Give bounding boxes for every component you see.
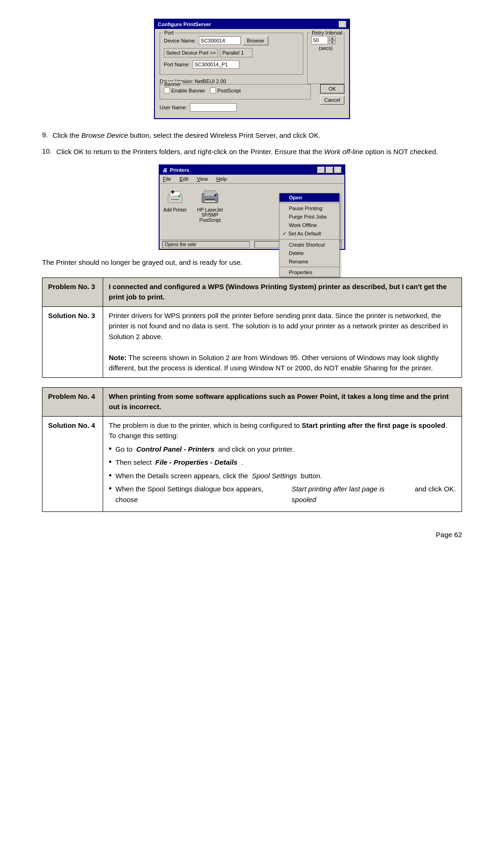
step-10-num: 10. (42, 147, 52, 157)
context-rename[interactable]: Rename (280, 257, 339, 266)
page-content: Configure PrintServer × Port Device Name… (42, 19, 462, 539)
retry-value-input[interactable] (311, 36, 328, 44)
hp-printer-area: HP LaserJet 5P/5MP PostScript (196, 187, 224, 236)
context-divider-1 (280, 203, 339, 203)
problem-4-header-row: Problem No. 4 When printing from some so… (42, 387, 462, 416)
bullet-2-bold-italic: File - Properties - Details (155, 458, 238, 466)
bullet-4-italic: Start printing after last page is spoole… (292, 484, 411, 505)
spinner-down-button[interactable]: ▼ (329, 40, 336, 44)
context-create-shortcut[interactable]: Create Shortcut (280, 241, 339, 249)
solution-4-intro-text: The problem is due to the printer, which… (109, 421, 302, 429)
postscript-label[interactable]: PostScript (210, 87, 241, 93)
ok-button[interactable]: OK (320, 84, 344, 93)
problem-3-title: I connected and configured a WPS (Window… (103, 277, 462, 306)
add-printer-label: Add Printer (163, 207, 187, 213)
bullet-3: When the Details screen appears, click t… (109, 471, 456, 482)
hp-printer-label: HP LaserJet 5P/5MP PostScript (196, 207, 224, 223)
printers-titlebar: 🖨 Printers _ □ × (160, 165, 344, 175)
device-name-label: Device Name: (164, 38, 196, 43)
driver-version-value: NetBEUI 2.00 (195, 78, 226, 84)
minimize-button[interactable]: _ (317, 167, 325, 173)
problem-4-label: Problem No. 4 (42, 387, 103, 416)
dialog-close-button[interactable]: × (339, 21, 346, 28)
context-open[interactable]: Open (280, 193, 339, 202)
solution-3-row: Solution No. 3 Printer drivers for WPS p… (42, 306, 462, 377)
banner-and-username: Banner Enable Banner PostScript (160, 84, 311, 114)
problem-4-table: Problem No. 4 When printing from some so… (42, 387, 462, 512)
solution-4-bold: Start printing after the first page is s… (302, 421, 446, 429)
step10-italic: Work off-line (324, 148, 363, 156)
printers-dialog-wrapper: 🖨 Printers _ □ × File Edit View Help (42, 164, 462, 250)
svg-point-3 (178, 195, 180, 197)
step9-italic: Browse Device (81, 131, 128, 139)
bullet-1: Go to Control Panel - Printers and click… (109, 444, 456, 455)
maximize-button[interactable]: □ (326, 167, 333, 173)
window-buttons: _ □ × (317, 167, 342, 173)
add-printer-icon (166, 187, 184, 206)
menu-help[interactable]: Help (215, 176, 228, 182)
enable-banner-label[interactable]: Enable Banner (164, 87, 205, 93)
printers-dialog: 🖨 Printers _ □ × File Edit View Help (159, 164, 345, 250)
spinner-up-button[interactable]: ▲ (329, 36, 336, 40)
configure-printserver-dialog-wrapper: Configure PrintServer × Port Device Name… (42, 19, 462, 119)
bottom-section: Banner Enable Banner PostScript (160, 84, 344, 114)
printers-body: Add Printer HP LaserJet 5P/5MP PostScrip (160, 184, 344, 240)
port-name-label: Port Name: (164, 62, 190, 67)
step-9: 9. Click the Browse Device button, selec… (42, 130, 462, 141)
context-menu: Open Pause Printing Purge Print Jobs Wor… (279, 193, 340, 277)
user-name-row: User Name: (160, 103, 311, 112)
problem-3-header-row: Problem No. 3 I connected and configured… (42, 277, 462, 306)
close-window-button[interactable]: × (334, 167, 342, 173)
postscript-checkbox[interactable] (210, 87, 216, 93)
page-footer: Page 62 (42, 531, 462, 539)
step-10-text: Click OK to return to the Printers folde… (56, 147, 438, 157)
menu-view[interactable]: View (196, 176, 210, 182)
problem-3-title-text: I connected and configured a WPS (Window… (109, 283, 447, 301)
status-text: Opens the sele (162, 241, 250, 248)
port-group: Port Device Name: Browse Select Device P… (160, 33, 303, 75)
enable-banner-checkbox[interactable] (164, 87, 170, 93)
user-name-label: User Name: (160, 105, 187, 110)
caption-text: The Printer should no longer be grayed o… (42, 257, 462, 268)
solution-3-text: Printer drivers for WPS printers poll th… (109, 311, 456, 342)
dialog-title: Configure PrintServer (158, 21, 211, 27)
cancel-button[interactable]: Cancel (320, 95, 344, 105)
problem-3-label: Problem No. 3 (42, 277, 103, 306)
user-name-input[interactable] (190, 103, 237, 112)
context-set-as-default[interactable]: Set As Default (280, 229, 339, 238)
context-work-offline[interactable]: Work Offline (280, 221, 339, 229)
solution-4-content: The problem is due to the printer, which… (103, 416, 462, 512)
device-name-input[interactable] (199, 36, 241, 45)
page-number: Page 62 (436, 531, 462, 539)
context-properties[interactable]: Properties (280, 268, 339, 277)
menu-file[interactable]: File (161, 176, 173, 182)
note-bold: Note: (109, 354, 126, 362)
svg-rect-9 (205, 201, 215, 202)
solution-4-bullets: Go to Control Panel - Printers and click… (109, 444, 456, 505)
port-name-input[interactable] (193, 60, 239, 69)
select-device-port-button[interactable]: Select Device Port >> (164, 48, 218, 57)
svg-point-10 (214, 194, 216, 196)
solution-3-note: Note: The screens shown in Solution 2 ar… (109, 353, 456, 374)
select-device-row: Select Device Port >> Parallel 1 (164, 48, 299, 57)
problem-3-table: Problem No. 3 I connected and configured… (42, 277, 462, 378)
context-pause-printing[interactable]: Pause Printing (280, 204, 339, 213)
solution-4-row: Solution No. 4 The problem is due to the… (42, 416, 462, 512)
bullet-1-bold-italic: Control Panel - Printers (136, 445, 215, 453)
add-printer-area: Add Printer (163, 187, 187, 236)
printers-icon: 🖨 (162, 167, 168, 173)
solution-4-label: Solution No. 4 (42, 416, 103, 512)
configure-printserver-dialog: Configure PrintServer × Port Device Name… (154, 19, 350, 119)
banner-checkboxes-row: Enable Banner PostScript (164, 87, 307, 93)
browse-button[interactable]: Browse (243, 36, 268, 45)
svg-rect-2 (171, 199, 179, 200)
menu-edit[interactable]: Edit (178, 176, 190, 182)
bullet-4: When the Spool Settings dialogue box app… (109, 484, 456, 505)
port-group-label: Port (163, 30, 175, 35)
context-delete[interactable]: Delete (280, 249, 339, 257)
step-10: 10. Click OK to return to the Printers f… (42, 147, 462, 157)
dialog-top-section: Port Device Name: Browse Select Device P… (160, 33, 344, 84)
bullet-2: Then select File - Properties - Details. (109, 457, 456, 468)
banner-section: Banner Enable Banner PostScript (160, 84, 311, 99)
context-purge-print-jobs[interactable]: Purge Print Jobs (280, 213, 339, 221)
